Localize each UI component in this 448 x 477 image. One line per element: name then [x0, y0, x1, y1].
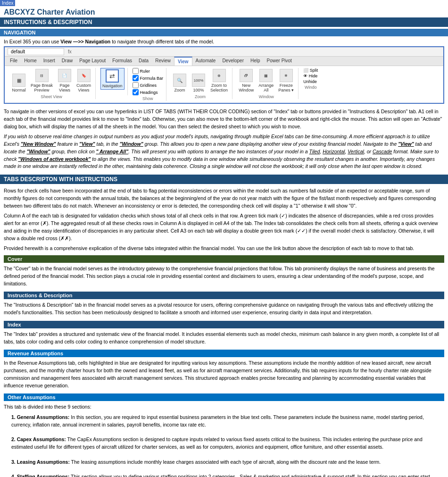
tab-desc-instructions: The "Instructions & Description" tab in …	[0, 300, 448, 318]
ribbon-group-show: Ruler Formula Bar Gridlines Headings Sho…	[130, 68, 167, 101]
nav-subsection-header: NAVIGATION	[0, 29, 448, 36]
ribbon-btn-pagebreak[interactable]: ⊟ Page BreakPreview	[29, 68, 54, 93]
ribbon-group-window: 🗗 NewWindow ▦ ArrangeAll ❄ FreezePanes ▾…	[234, 68, 299, 99]
tab-section-revenue: Revenue Assumptions In the Revenue Assum…	[0, 350, 448, 391]
ribbon-group-navigation: ⇄ Navigation	[98, 68, 128, 95]
tab-section-other: Other Assumptions This tab is divided in…	[0, 393, 448, 477]
tab-other-subsections: 1. General Assumptions: In this section,…	[0, 412, 448, 477]
ribbon-btn-unhide[interactable]: Unhide	[303, 79, 318, 84]
tabs-column-a: Column A of the each tab is designated f…	[0, 211, 448, 243]
ribbon-tab-automate[interactable]: Automate	[192, 57, 219, 66]
ribbon-btn-100[interactable]: 100% 100%	[190, 73, 207, 93]
nav-note-text: In Excel 365 you can use	[4, 39, 59, 44]
tab-section-cover: Cover The "Cover" tab in the financial m…	[0, 255, 448, 289]
formula-bar-label: fx	[68, 49, 72, 54]
ribbon-tab-formulas[interactable]: Formulas	[109, 57, 135, 66]
ribbon-tab-draw[interactable]: Draw	[58, 57, 76, 66]
tab-desc-revenue: In the Revenue Assumptions tab, cells hi…	[0, 358, 448, 391]
tab-header-cover[interactable]: Cover	[4, 255, 444, 263]
gridlines-checkbox[interactable]	[133, 82, 139, 88]
checkbox-gridlines[interactable]: Gridlines	[133, 82, 164, 88]
ribbon-btn-normal[interactable]: ▦ Normal	[10, 73, 27, 93]
nav-note: In Excel 365 you can use View —>> Naviga…	[0, 38, 448, 46]
ribbon-tab-file[interactable]: File	[7, 57, 21, 66]
tab-header-instructions[interactable]: Instructions & Description	[4, 292, 444, 299]
ribbon-btn-split[interactable]: ⬜ Split	[303, 68, 318, 73]
tab-header-other[interactable]: Other Assumptions	[4, 393, 444, 401]
tab-header-revenue[interactable]: Revenue Assumptions	[4, 350, 444, 357]
formulabar-checkbox[interactable]	[133, 75, 139, 81]
ribbon-tab-insert[interactable]: Insert	[40, 57, 58, 66]
tab-desc-other-intro: This tab is divided into these 9 section…	[0, 402, 448, 412]
checkbox-formulabar[interactable]: Formula Bar	[133, 75, 164, 81]
ribbon-btn-pageviews[interactable]: 📄 PageViews	[56, 68, 73, 93]
ribbon-btn-zoom[interactable]: 🔍 Zoom	[171, 73, 188, 93]
ribbon-tab-developer[interactable]: Developer	[219, 57, 247, 66]
ribbon-body: ▦ Normal ⊟ Page BreakPreview 📄 PageViews…	[5, 66, 443, 103]
ribbon-tabs: File Home Insert Draw Page Layout Formul…	[5, 57, 443, 66]
ribbon-tab-powerpivot[interactable]: Power Pivot	[264, 57, 295, 66]
ribbon-btn-hide[interactable]: 👁 Hide	[303, 74, 318, 78]
ribbon-group-sheetview: ▦ Normal ⊟ Page BreakPreview 📄 PageViews…	[8, 68, 96, 99]
ribbon-group-zoom: 🔍 Zoom 100% 100% ⊕ Zoom toSelection Zoom	[168, 68, 232, 99]
ribbon-tab-pagelayout[interactable]: Page Layout	[76, 57, 109, 66]
tabs-provided: Provided herewith is a comprehensive exp…	[0, 243, 448, 254]
tabs-description-intro: Rows for check cells have been incorpora…	[0, 186, 448, 211]
tab-section-index: Index The "Index tab" provides a structu…	[0, 321, 448, 347]
tabs-description-header: TABS DESCRIPTON WITH INSTRUCTIONS	[0, 175, 448, 184]
tab-desc-index: The "Index tab" provides a structured an…	[0, 329, 448, 347]
tab-header-index[interactable]: Index	[4, 321, 444, 328]
headings-checkbox[interactable]	[133, 89, 139, 95]
index-badge: Index	[0, 0, 15, 6]
main-section-header: INSTRUCTIONS & DESCRIPTION	[0, 17, 448, 27]
ribbon-tab-help[interactable]: Help	[247, 57, 264, 66]
body-paragraph-2: If you wish to observe real-time changes…	[0, 132, 448, 172]
ribbon-btn-customviews[interactable]: 🔖 CustomViews	[75, 68, 92, 93]
body-paragraph-1: To navigate in other versions of excel y…	[0, 107, 448, 132]
ruler-checkbox[interactable]	[133, 68, 139, 74]
ribbon-tab-data[interactable]: Data	[135, 57, 152, 66]
name-box[interactable]	[8, 48, 64, 55]
nav-note-rest: to navigate through different tabs of th…	[112, 39, 214, 44]
checkbox-ruler[interactable]: Ruler	[133, 68, 164, 74]
ribbon-btn-freezepanes[interactable]: ❄ FreezePanes ▾	[277, 68, 295, 93]
ribbon-btn-arrangeall[interactable]: ▦ ArrangeAll	[257, 68, 275, 93]
ribbon-group-splitview: ⬜ Split 👁 Hide Unhide Windo	[300, 68, 321, 90]
ribbon-btn-newwindow[interactable]: 🗗 NewWindow	[237, 68, 255, 93]
tab-section-instructions: Instructions & Description The "Instruct…	[0, 292, 448, 318]
ribbon-btn-navigation[interactable]: ⇄ Navigation	[100, 68, 124, 90]
checkbox-headings[interactable]: Headings	[133, 89, 164, 95]
excel-ribbon: fx File Home Insert Draw Page Layout For…	[4, 46, 444, 104]
ribbon-btn-zoomselection[interactable]: ⊕ Zoom toSelection	[209, 68, 229, 93]
nav-bold-text: View —>> Navigation	[60, 39, 110, 44]
ribbon-tab-view[interactable]: View	[174, 57, 192, 66]
app-title: ABCXYZ Charter Aviation	[0, 6, 448, 17]
ribbon-tab-review[interactable]: Review	[152, 57, 174, 66]
ribbon-tab-home[interactable]: Home	[21, 57, 40, 66]
tab-desc-cover: The "Cover" tab in the financial model s…	[0, 264, 448, 289]
